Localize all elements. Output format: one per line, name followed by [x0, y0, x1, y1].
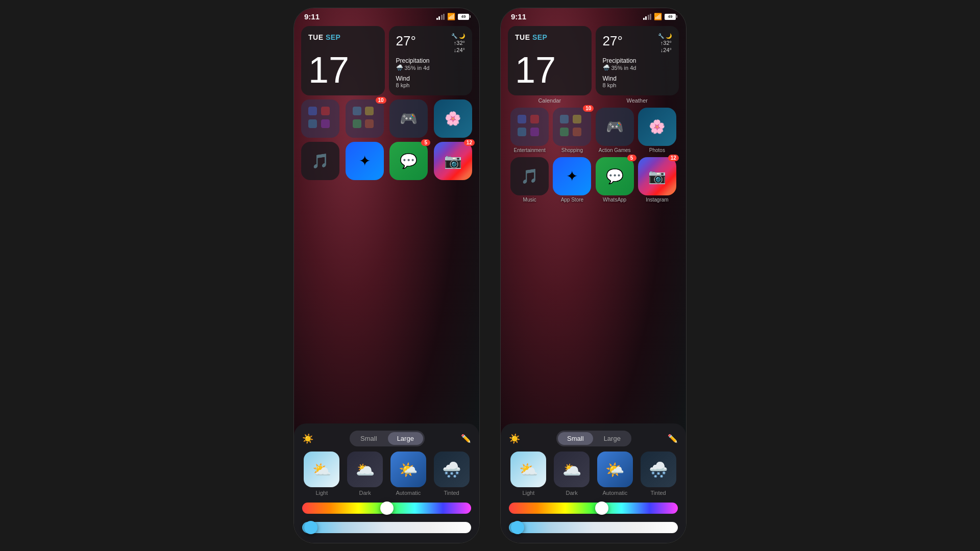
music-label-2: Music	[523, 197, 536, 203]
style-preview-light-1: ⛅	[304, 452, 339, 487]
action-games-icon-1: 🎮	[389, 99, 428, 138]
photos-label-2: Photos	[649, 147, 665, 153]
app-shopping-2[interactable]: 10 Shopping	[552, 108, 592, 153]
status-bar-2: 9:11 📶 49	[501, 8, 686, 23]
cal-header-2: Tue Sep	[515, 33, 584, 41]
weather-widget-2: 27° 🔧 🌙 ↑32° ↓24° Precipitation 🌧️	[596, 26, 679, 95]
style-label-dark-2: Dark	[566, 490, 578, 496]
app-entertainment-1[interactable]	[301, 99, 339, 138]
style-preview-tinted-1: 🌨️	[434, 452, 470, 487]
whatsapp-icon-2: 💬	[596, 157, 634, 195]
tint-thumb-1[interactable]	[304, 521, 317, 534]
size-controls-2: ☀️ Small Large ✏️	[509, 431, 678, 446]
color-slider-2[interactable]	[509, 501, 678, 515]
style-automatic-2[interactable]: 🌤️ Automatic	[597, 452, 633, 496]
size-tabs-1[interactable]: Small Large	[350, 431, 425, 446]
calendar-label-2: Calendar	[508, 97, 592, 104]
widgets-area-1: Tue Sep 17 27° 🔧 🌙 ↑32° ↓24°	[294, 23, 479, 423]
bottom-panel-2: ☀️ Small Large ✏️ ⛅ Light 🌥️ Dark 🌤	[501, 423, 686, 543]
status-time-2: 9:11	[511, 12, 526, 21]
color-thumb-2[interactable]	[595, 502, 608, 515]
style-label-tinted-1: Tinted	[444, 490, 459, 496]
style-preview-dark-1: 🌥️	[347, 452, 383, 487]
whatsapp-badge-2: 5	[627, 155, 636, 161]
wifi-icon-2: 📶	[654, 13, 662, 20]
phone-1: 9:11 📶 49 Tue Sep	[293, 8, 480, 543]
shopping-label-2: Shopping	[561, 147, 583, 153]
music-icon-1: 🎵	[301, 142, 339, 180]
style-dark-1[interactable]: 🌥️ Dark	[347, 452, 383, 496]
tint-track-1	[302, 522, 471, 533]
instagram-badge-2: 12	[668, 155, 679, 161]
app-appstore-2[interactable]: ✦ App Store	[552, 157, 592, 203]
app-whatsapp-1[interactable]: 5 💬	[389, 142, 428, 180]
pencil-icon-1[interactable]: ✏️	[461, 434, 471, 443]
status-time-1: 9:11	[304, 12, 320, 21]
app-whatsapp-2[interactable]: 5 💬 WhatsApp	[595, 157, 634, 203]
weather-temp-2: 27°	[603, 33, 623, 49]
style-light-1[interactable]: ⛅ Light	[304, 452, 339, 496]
weather-precip-1: Precipitation 🌧️ 35% in 4d	[396, 57, 465, 71]
app-row-1-2: Entertainment 10	[508, 108, 679, 153]
app-photos-2[interactable]: 🌸 Photos	[638, 108, 677, 153]
pencil-icon-2[interactable]: ✏️	[668, 434, 678, 443]
size-controls-1: ☀️ Small Large ✏️	[302, 431, 471, 446]
whatsapp-badge-1: 5	[421, 139, 430, 146]
app-entertainment-2[interactable]: Entertainment	[510, 108, 549, 153]
app-photos-1[interactable]: 🌸	[434, 99, 472, 138]
style-preview-tinted-2: 🌨️	[641, 452, 676, 487]
app-music-2[interactable]: 🎵 Music	[510, 157, 549, 203]
style-tinted-1[interactable]: 🌨️ Tinted	[434, 452, 470, 496]
entertainment-folder-2	[510, 108, 549, 146]
status-icons-2: 📶 49	[643, 13, 676, 20]
app-action-games-2[interactable]: 🎮 Action Games	[595, 108, 634, 153]
tint-thumb-2[interactable]	[511, 521, 524, 534]
music-icon-2: 🎵	[510, 157, 549, 195]
weather-precip-2: Precipitation 🌧️ 35% in 4d	[603, 57, 672, 71]
small-tab-2[interactable]: Small	[558, 432, 593, 445]
weather-wind-2: Wind 8 kph	[603, 75, 672, 88]
status-bar-1: 9:11 📶 49	[294, 8, 479, 23]
entertainment-folder-1	[301, 99, 339, 138]
small-tab-1[interactable]: Small	[351, 432, 386, 445]
shopping-folder-1: 10	[346, 99, 384, 138]
weather-wind-1: Wind 8 kph	[396, 75, 465, 88]
sun-icon-1: ☀️	[302, 433, 313, 444]
style-label-automatic-1: Automatic	[396, 490, 421, 496]
top-widgets-1: Tue Sep 17 27° 🔧 🌙 ↑32° ↓24°	[301, 26, 472, 95]
app-music-1[interactable]: 🎵	[301, 142, 339, 180]
tint-slider-1[interactable]	[302, 520, 471, 535]
app-row-2-2: 🎵 Music ✦ App Store 5 💬 WhatsApp	[508, 157, 679, 203]
color-slider-1[interactable]	[302, 501, 471, 515]
signal-icon-2	[643, 14, 652, 20]
app-row-2-1: 🎵 ✦ 5 💬 12	[301, 142, 472, 180]
style-light-2[interactable]: ⛅ Light	[510, 452, 546, 496]
tint-slider-2[interactable]	[509, 520, 678, 535]
large-tab-1[interactable]: Large	[388, 432, 423, 445]
style-dark-2[interactable]: 🌥️ Dark	[554, 452, 590, 496]
wifi-icon-1: 📶	[447, 13, 455, 20]
action-games-icon-2: 🎮	[596, 108, 634, 146]
style-label-tinted-2: Tinted	[651, 490, 666, 496]
app-instagram-2[interactable]: 12 📷 Instagram	[638, 157, 677, 203]
appstore-icon-2: ✦	[553, 157, 591, 195]
style-automatic-1[interactable]: 🌤️ Automatic	[390, 452, 426, 496]
style-preview-automatic-2: 🌤️	[597, 452, 633, 487]
size-tabs-2[interactable]: Small Large	[556, 431, 631, 446]
style-preview-light-2: ⛅	[510, 452, 546, 487]
top-widgets-2: Tue Sep 17 Calendar 27° 🔧 �	[508, 26, 679, 104]
appstore-label-2: App Store	[561, 197, 583, 203]
weather-label-2: Weather	[596, 97, 679, 104]
style-label-light-1: Light	[315, 490, 328, 496]
tint-track-2	[509, 522, 678, 533]
style-tinted-2[interactable]: 🌨️ Tinted	[641, 452, 676, 496]
rainbow-track-1	[302, 503, 471, 514]
weather-widget-1: 27° 🔧 🌙 ↑32° ↓24° Precipitation 🌧️ 35% i…	[389, 26, 473, 95]
large-tab-2[interactable]: Large	[595, 432, 630, 445]
app-action-games-1[interactable]: 🎮	[389, 99, 428, 138]
app-appstore-1[interactable]: ✦	[346, 142, 384, 180]
battery-icon-2: 49	[665, 14, 676, 20]
app-shopping-1[interactable]: 10	[346, 99, 384, 138]
color-thumb-1[interactable]	[380, 502, 394, 515]
app-instagram-1[interactable]: 12 📷	[434, 142, 472, 180]
